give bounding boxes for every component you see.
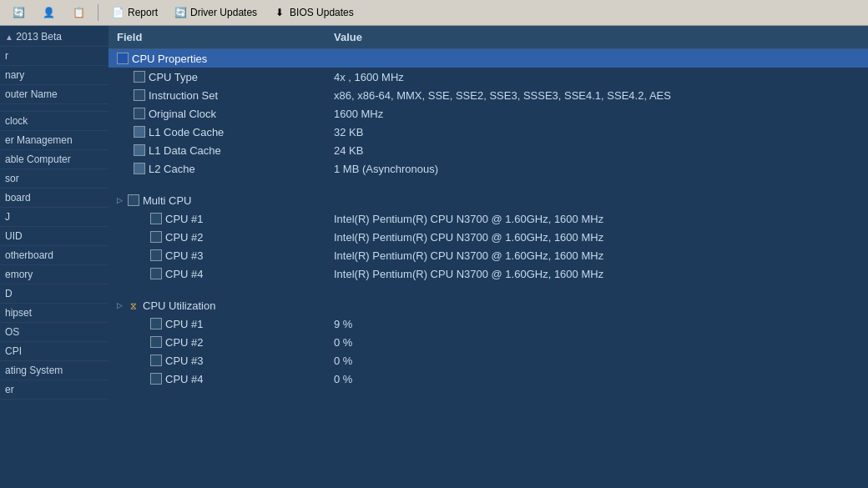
hourglass-icon: ⧖ (128, 299, 139, 311)
box-icon (150, 249, 162, 261)
value-col-16: 0 % (334, 336, 860, 349)
sidebar-item-15[interactable]: hipset (0, 304, 108, 323)
table-row-18[interactable]: CPU #40 % (108, 370, 868, 388)
table-row-4[interactable]: L1 Code Cache32 KB (108, 123, 868, 141)
sidebar-item-16[interactable]: OS (0, 323, 108, 342)
table-row-12[interactable]: CPU #4Intel(R) Pentium(R) CPU N3700 @ 1.… (108, 264, 868, 283)
field-col-8: ▷Multi CPU (117, 194, 334, 207)
field-col-2: Instruction Set (117, 89, 334, 102)
field-name-15: CPU #1 (165, 318, 204, 330)
sidebar-item-14[interactable]: D (0, 284, 108, 304)
table-row-6[interactable]: L2 Cache1 MB (Asynchronous) (108, 159, 868, 178)
table-row-15[interactable]: CPU #19 % (108, 314, 868, 333)
report-button[interactable]: 📄 Report (104, 3, 164, 23)
value-col-11: Intel(R) Pentium(R) CPU N3700 @ 1.60GHz,… (334, 249, 860, 262)
driver-updates-button[interactable]: 🔄 Driver Updates (167, 3, 263, 23)
bios-updates-button[interactable]: ⬇ BIOS Updates (266, 3, 360, 23)
sidebar-item-8[interactable]: sor (0, 169, 108, 189)
separator (98, 4, 98, 21)
field-name-1: CPU Type (149, 71, 198, 83)
field-col-3: Original Clock (117, 108, 334, 120)
table-row-14[interactable]: ▷⧖CPU Utilization (108, 296, 868, 314)
sidebar-item-19[interactable]: er (0, 380, 108, 400)
field-col-18: CPU #4 (117, 373, 334, 385)
value-col-1: 4x , 1600 MHz (334, 71, 860, 83)
sidebar-item-0[interactable]: ▲ 2013 Beta (0, 28, 108, 47)
box-icon (134, 89, 145, 101)
rows-container: CPU PropertiesCPU Type4x , 1600 MHzInstr… (108, 49, 868, 388)
spacer-7 (108, 178, 868, 184)
field-col-0: CPU Properties (117, 53, 334, 65)
field-name-3: Original Clock (149, 108, 216, 120)
field-name-17: CPU #3 (165, 355, 204, 367)
expand-arrow-14: ▷ (117, 301, 123, 309)
value-col-5: 24 KB (334, 144, 860, 157)
refresh-button[interactable]: 🔄 (5, 3, 32, 23)
sidebar: ▲ 2013 Betarnaryouter Nameclocker Manage… (0, 26, 108, 488)
value-col-4: 32 KB (334, 126, 860, 138)
box-icon (150, 268, 162, 279)
sidebar-item-18[interactable]: ating System (0, 361, 108, 380)
sidebar-item-12[interactable]: otherboard (0, 246, 108, 265)
refresh-icon: 🔄 (11, 5, 26, 20)
field-name-6: L2 Cache (149, 163, 195, 175)
sidebar-item-13[interactable]: emory (0, 265, 108, 284)
sidebar-item-6[interactable]: er Managemen (0, 131, 108, 150)
sidebar-item-4[interactable] (0, 104, 108, 112)
info-button[interactable]: 📋 (65, 3, 92, 23)
field-col-5: L1 Data Cache (117, 144, 334, 157)
box-filled-icon (134, 163, 145, 174)
field-column-header: Field (117, 31, 334, 43)
box-icon (150, 318, 162, 330)
table-header: Field Value (108, 26, 868, 49)
sidebar-item-11[interactable]: UID (0, 227, 108, 246)
sidebar-item-2[interactable]: nary (0, 66, 108, 85)
table-row-11[interactable]: CPU #3Intel(R) Pentium(R) CPU N3700 @ 1.… (108, 246, 868, 264)
table-row-17[interactable]: CPU #30 % (108, 351, 868, 370)
sidebar-item-17[interactable]: CPI (0, 342, 108, 361)
toolbar: 🔄 👤 📋 📄 Report 🔄 Driver Updates ⬇ BIOS U… (0, 0, 868, 26)
field-col-15: CPU #1 (117, 318, 334, 330)
table-row-2[interactable]: Instruction Setx86, x86-64, MMX, SSE, SS… (108, 86, 868, 104)
table-row-16[interactable]: CPU #20 % (108, 333, 868, 351)
driver-icon: 🔄 (173, 5, 188, 20)
box-icon (150, 231, 162, 243)
box-icon (150, 336, 162, 348)
driver-label: Driver Updates (190, 7, 257, 18)
box-icon (150, 373, 162, 385)
field-col-10: CPU #2 (117, 231, 334, 244)
table-row-10[interactable]: CPU #2Intel(R) Pentium(R) CPU N3700 @ 1.… (108, 228, 868, 246)
field-name-9: CPU #1 (165, 213, 204, 225)
table-row-0[interactable]: CPU Properties (108, 49, 868, 68)
sidebar-item-9[interactable]: board (0, 189, 108, 208)
value-col-10: Intel(R) Pentium(R) CPU N3700 @ 1.60GHz,… (334, 231, 860, 244)
bios-icon: ⬇ (272, 5, 287, 20)
table-row-9[interactable]: CPU #1Intel(R) Pentium(R) CPU N3700 @ 1.… (108, 209, 868, 228)
field-col-9: CPU #1 (117, 213, 334, 225)
sidebar-item-5[interactable]: clock (0, 112, 108, 131)
field-name-14: CPU Utilization (143, 299, 215, 312)
value-col-15: 9 % (334, 318, 860, 330)
spacer-13 (108, 283, 868, 289)
table-row-3[interactable]: Original Clock1600 MHz (108, 104, 868, 123)
sidebar-item-7[interactable]: able Computer (0, 150, 108, 169)
main-area: ▲ 2013 Betarnaryouter Nameclocker Manage… (0, 26, 868, 488)
box-blue-icon (117, 53, 129, 64)
table-row-8[interactable]: ▷Multi CPU (108, 191, 868, 209)
box-icon (134, 108, 145, 119)
box-filled-icon (134, 144, 145, 156)
sidebar-item-10[interactable]: J (0, 208, 108, 227)
table-row-5[interactable]: L1 Data Cache24 KB (108, 141, 868, 159)
user-icon: 👤 (41, 5, 56, 20)
info-icon: 📋 (71, 5, 86, 20)
field-col-14: ▷⧖CPU Utilization (117, 299, 334, 312)
sidebar-item-3[interactable]: outer Name (0, 85, 108, 104)
sidebar-item-1[interactable]: r (0, 47, 108, 66)
field-col-16: CPU #2 (117, 336, 334, 349)
box-icon (150, 213, 162, 224)
field-name-12: CPU #4 (165, 268, 204, 280)
table-row-1[interactable]: CPU Type4x , 1600 MHz (108, 68, 868, 86)
avatar-button[interactable]: 👤 (35, 3, 62, 23)
value-col-9: Intel(R) Pentium(R) CPU N3700 @ 1.60GHz,… (334, 213, 860, 225)
bios-label: BIOS Updates (290, 7, 354, 18)
